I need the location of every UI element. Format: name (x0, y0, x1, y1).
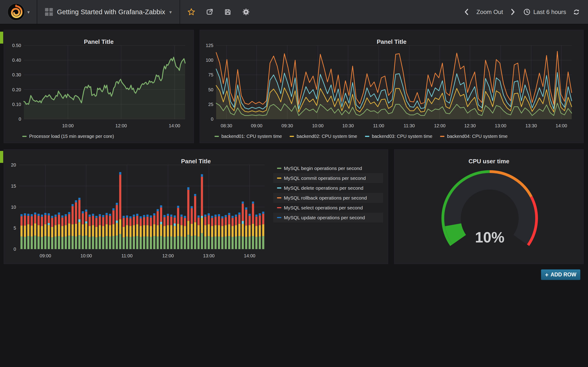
bar-segment (184, 216, 186, 218)
bar-segment (106, 215, 108, 224)
plus-icon: + (545, 272, 548, 278)
zoom-out-button[interactable]: Zoom Out (476, 7, 503, 17)
axis-label: 10:00 (312, 123, 324, 128)
axis-label: 20 (11, 162, 16, 167)
bar-segment (147, 225, 149, 236)
bar-segment (208, 224, 210, 236)
legend-item[interactable]: backend04: CPU system time (440, 134, 507, 139)
bar-segment (140, 237, 142, 249)
bar-segment (232, 226, 233, 237)
bar-segment (140, 226, 142, 237)
bar-segment (242, 204, 244, 221)
bar-segment (232, 218, 233, 226)
bar-segment (143, 215, 145, 217)
axis-label: 11:00 (373, 123, 384, 128)
time-shift-forward-button[interactable] (509, 7, 517, 17)
bar-segment (160, 205, 162, 207)
legend-item[interactable]: backend03: CPU system time (365, 134, 432, 139)
share-button[interactable] (203, 6, 216, 18)
bar-segment (31, 236, 33, 249)
bar-segment (153, 213, 155, 215)
legend-item[interactable]: MySQL update operations per second (273, 213, 383, 223)
legend-item[interactable]: MySQL delete operations per second (273, 183, 383, 193)
bar-segment (116, 203, 118, 205)
bar-segment (129, 226, 131, 237)
bar-segment (201, 216, 203, 218)
bar-segment (58, 224, 60, 236)
bar-segment (211, 216, 213, 218)
bar-segment (41, 226, 43, 237)
bar-segment (225, 217, 227, 225)
zoom-out-label: Zoom Out (476, 8, 503, 16)
bar-segment (201, 233, 203, 249)
bar-segment (201, 174, 203, 177)
bar-segment (51, 237, 53, 249)
bar-segment (89, 237, 91, 249)
dashboard-title-dropdown[interactable]: Getting Started with Grafana-Zabbix ▾ (37, 0, 180, 24)
chevron-left-icon (464, 8, 469, 15)
cpu-system-time-chart[interactable]: 125100755025008:3009:0009:3010:0010:3011… (200, 30, 584, 143)
bar-segment (194, 236, 196, 249)
bar-segment (85, 221, 87, 223)
legend-item[interactable]: MySQL commit operations per second (273, 173, 383, 183)
bar-segment (153, 236, 155, 249)
bar-segment (228, 213, 230, 215)
clock-icon (523, 8, 531, 16)
axis-label: 13:00 (495, 123, 506, 128)
time-picker-button[interactable]: Last 6 hours (522, 6, 567, 17)
row-collapse-handle[interactable] (0, 151, 3, 163)
bar-segment (99, 236, 101, 249)
refresh-button[interactable] (573, 6, 580, 18)
bar-segment (191, 206, 193, 208)
save-button[interactable] (221, 6, 235, 18)
legend-item[interactable]: Processor load (15 min average per core) (22, 134, 114, 139)
bar-segment (123, 227, 125, 237)
axis-label: 14:00 (556, 123, 567, 128)
bar-segment (65, 236, 67, 249)
bar-segment (58, 236, 60, 249)
bar-segment (235, 215, 237, 217)
legend-item[interactable]: MySQL select operations per second (273, 203, 383, 213)
bar-segment (27, 224, 29, 236)
bar-segment (208, 213, 210, 215)
bar-segment (177, 206, 179, 208)
bar-segment (262, 224, 264, 236)
axis-label: 0.20 (12, 87, 21, 92)
bar-segment (252, 202, 254, 204)
axis-label: 09:00 (251, 123, 262, 128)
cpu-user-time-gauge[interactable]: 10% (394, 150, 584, 264)
settings-button[interactable] (239, 6, 253, 18)
bar-segment (82, 236, 84, 249)
bar-segment (232, 237, 233, 249)
row-collapse-handle[interactable] (0, 32, 3, 44)
series-area (24, 57, 185, 119)
bar-segment (119, 219, 121, 234)
bar-segment (89, 217, 91, 226)
bar-segment (72, 236, 74, 249)
grafana-logo-button[interactable]: ▾ (0, 0, 37, 24)
bar-segment (99, 216, 101, 225)
axis-label: 13:30 (525, 123, 537, 128)
bar-segment (51, 227, 53, 237)
bar-segment (252, 236, 254, 249)
bar-segment (238, 215, 241, 224)
chart-legend: Processor load (15 min average per core) (22, 134, 114, 139)
star-button[interactable] (184, 6, 199, 18)
bar-segment (133, 225, 135, 236)
time-shift-back-button[interactable] (463, 7, 470, 17)
legend-item[interactable]: backend02: CPU system time (290, 134, 357, 139)
legend-item[interactable]: MySQL begin operations per second (273, 163, 383, 173)
bar-segment (184, 226, 186, 237)
legend-item[interactable]: MySQL rollback operations per second (273, 193, 383, 203)
bar-segment (68, 214, 70, 223)
legend-swatch (277, 168, 281, 169)
axis-label: 15 (11, 184, 16, 189)
add-row-button[interactable]: + ADD ROW (541, 269, 580, 280)
bar-segment (262, 214, 264, 224)
bar-segment (259, 225, 261, 236)
bar-segment (129, 218, 131, 226)
legend-item[interactable]: backend01: CPU system time (215, 134, 282, 139)
bar-segment (68, 223, 70, 236)
processor-load-chart[interactable]: 0.500.400.300.200.10010:0012:0014:00 (4, 30, 194, 143)
bar-segment (95, 227, 97, 237)
